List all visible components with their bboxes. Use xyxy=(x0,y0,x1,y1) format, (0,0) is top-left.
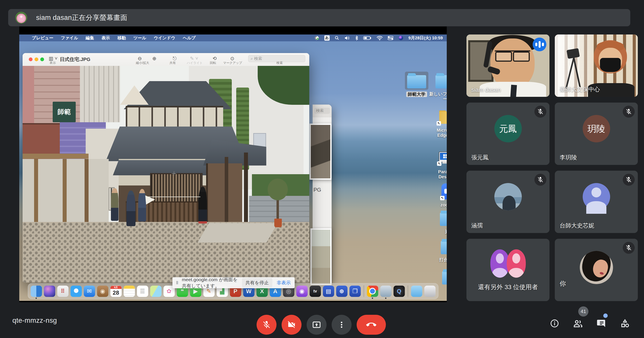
share-label: 共有 xyxy=(170,61,176,65)
desktop-icon-label: 新しいフォルダー xyxy=(428,92,447,102)
path xyxy=(198,223,278,242)
preview-toolbar: ▥ ˅ 表示 日式住宅.JPG ⊖ ⊕ 縮小/拡大 ⎋ 共有 ✎ ˅ ハイライト… xyxy=(22,53,309,66)
participant-name: 涵孺 xyxy=(471,222,483,229)
photo-beige-tower xyxy=(80,66,120,122)
presenting-banner-text: siam dasan正在分享螢幕畫面 xyxy=(36,13,127,22)
participant-tile-you[interactable]: 你 xyxy=(555,239,638,301)
background-filename-fragment: PG xyxy=(314,187,321,193)
participant-tile-zhangyuanfeng[interactable]: 元鳳 張元鳳 xyxy=(466,103,550,165)
dock-downloads-folder-icon xyxy=(411,286,422,297)
background-photo-thumbnail xyxy=(310,124,332,180)
person-1 xyxy=(111,188,118,221)
menu-item: 移動 xyxy=(118,35,126,41)
preview-window: ▥ ˅ 表示 日式住宅.JPG ⊖ ⊕ 縮小/拡大 ⎋ 共有 ✎ ˅ ハイライト… xyxy=(22,53,309,283)
participant-name: siam dasan xyxy=(471,86,501,93)
participant-tile-baozhongxin[interactable]: 臺師大文保中心 xyxy=(555,34,638,97)
dock-parallels-add-icon: ⊕ xyxy=(336,286,347,297)
shared-screen-stage[interactable]: プレビューファイル編集表示移動ツールウインドウヘルプ あ 9月28日(火) 10… xyxy=(19,26,447,302)
desktop-icon-edge-shortcut: ↖Microsoft Edge.lnk xyxy=(430,107,447,138)
participant-tile-siam-dasan[interactable]: siam dasan xyxy=(466,34,550,97)
dock-mail-icon: ✉ xyxy=(84,286,95,297)
dock-maps-icon xyxy=(150,286,162,297)
zoom-in-icon: ⊕ xyxy=(152,56,156,61)
wifi-icon xyxy=(376,36,383,40)
desktop-icon-label: Microsoft Edge.lnk xyxy=(430,128,447,138)
people-icon xyxy=(573,318,583,329)
search-placeholder: 検索 xyxy=(254,56,262,61)
more-options-button[interactable] xyxy=(332,315,352,335)
participant-tile-hanru[interactable]: 涵孺 xyxy=(466,171,550,233)
more-vert-icon xyxy=(338,321,346,329)
dock-parallels-card-icon: ▤ xyxy=(323,286,334,297)
desktop-icon-label: zoom.us xyxy=(433,202,447,208)
person-2 xyxy=(126,190,136,226)
background-search-field: 検索 xyxy=(314,108,330,114)
zoom-out-icon: ⊖ xyxy=(138,56,142,61)
desktop-icon-folder: 資料 xyxy=(433,209,447,234)
participant-name: 台師大史芯妮 xyxy=(560,222,594,229)
menu-item: 編集 xyxy=(86,35,94,41)
shared-macos-desktop: プレビューファイル編集表示移動ツールウインドウヘルプ あ 9月28日(火) 10… xyxy=(19,34,447,301)
battery-icon xyxy=(363,36,372,40)
sync-app-icon xyxy=(314,35,320,41)
participant-tile-shixinni[interactable]: 台師大史芯妮 xyxy=(555,171,638,233)
photo-sign: 師範 xyxy=(53,102,76,122)
meeting-code: qte-mmzz-nsg xyxy=(12,317,57,325)
input-method-icon: あ xyxy=(324,35,330,41)
dock-finder-icon xyxy=(30,286,42,297)
dock-siri-icon xyxy=(44,286,55,297)
view-label: 表示 xyxy=(50,61,56,65)
zoom-label: 縮小/拡大 xyxy=(136,61,149,65)
maximize-window-button xyxy=(40,57,44,61)
dock-preview-app-icon xyxy=(380,286,392,297)
dock-trash-icon xyxy=(424,286,436,297)
overflow-participants-tile[interactable]: 還有另外 33 位使用者 xyxy=(466,239,550,301)
photo-avatar xyxy=(580,251,613,284)
person-3 xyxy=(138,189,146,221)
participants-button[interactable] xyxy=(570,316,586,331)
activities-button[interactable] xyxy=(617,316,633,331)
macos-menubar: プレビューファイル編集表示移動ツールウインドウヘルプ あ 9月28日(火) 10… xyxy=(19,34,447,41)
initials-avatar: 玥陵 xyxy=(583,115,610,142)
dock-apple-tv-icon: tv xyxy=(310,286,321,297)
dock-chrome-icon xyxy=(367,286,378,297)
participant-name: 張元鳳 xyxy=(471,154,488,161)
mic-toggle-button[interactable] xyxy=(256,315,276,335)
pause-share-glyph: ‖ xyxy=(176,280,179,285)
mic-muted-icon xyxy=(534,174,546,186)
background-photo-thumbnail-2 xyxy=(310,228,332,285)
dock-launchpad-icon: ⠿ xyxy=(57,286,68,297)
close-window-button xyxy=(29,57,32,61)
menu-item: ウインドウ xyxy=(154,35,175,41)
menu-item: ヘルプ xyxy=(183,35,196,41)
menu-item: ツール xyxy=(134,35,146,41)
menu-item: 表示 xyxy=(102,35,110,41)
desktop-icon-label: Parallels Desktop xyxy=(430,169,447,179)
menubar-clock: 9月28日(火) 10:59 xyxy=(408,35,443,41)
present-button[interactable] xyxy=(306,315,326,335)
photo-avatar xyxy=(494,183,522,210)
meeting-details-button[interactable] xyxy=(547,316,562,331)
house-post xyxy=(244,153,248,233)
dock-contacts-icon: ◉ xyxy=(97,286,108,297)
participant-tile-liyueling[interactable]: 玥陵 李玥陵 xyxy=(555,103,638,165)
menu-item: ファイル xyxy=(61,35,78,41)
group-avatar-icon xyxy=(490,249,526,278)
pergola-beam xyxy=(22,154,88,159)
chat-notification-dot xyxy=(603,314,608,318)
photo-japanese-house: 師範 xyxy=(22,66,309,283)
chat-button[interactable] xyxy=(594,316,609,331)
dock-reminders-icon: ☰ xyxy=(137,286,148,297)
house-post-2 xyxy=(225,157,228,231)
desktop-icon-folder: 新しいフォルダー xyxy=(428,72,447,102)
minimize-window-button xyxy=(34,57,38,61)
volume-icon xyxy=(344,36,350,40)
dock-separator xyxy=(408,285,408,297)
camera-toggle-button[interactable] xyxy=(282,315,302,335)
share-notification-text: meet.google.com が画面を共有しています。 xyxy=(182,277,242,289)
leave-call-button[interactable] xyxy=(357,315,386,335)
hide-notification-button: 非表示 xyxy=(277,280,291,286)
desktop-icon-folder: 打合せ資料 xyxy=(434,237,447,262)
participant-name: 你 xyxy=(560,279,566,288)
stop-sharing-button: 共有を停止 xyxy=(242,278,272,287)
